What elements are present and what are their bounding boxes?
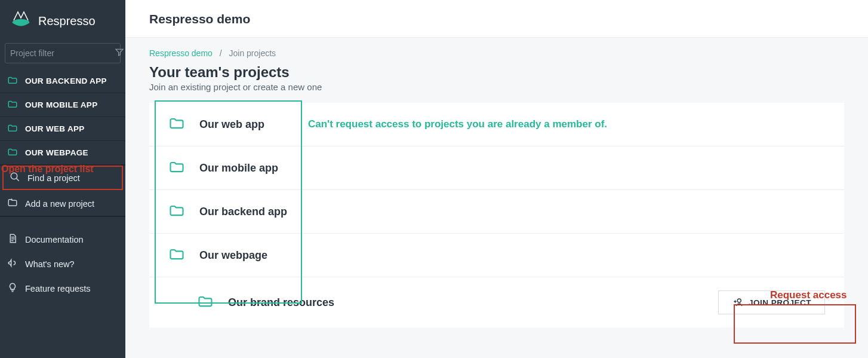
- documentation-label: Documentation: [25, 235, 84, 244]
- project-name: Our webpage: [199, 249, 825, 262]
- lightbulb-icon: [7, 282, 18, 295]
- project-row[interactable]: Our brand resourcesJOIN PROJECT: [149, 277, 844, 328]
- page-title: Your team's projects: [149, 64, 844, 81]
- sidebar-project-item[interactable]: OUR WEBPAGE: [0, 141, 125, 165]
- folder-icon: [7, 123, 18, 134]
- folder-icon: [168, 203, 185, 220]
- sidebar: Respresso OUR BACKEND APPOUR MOBILE APPO…: [0, 0, 125, 358]
- folder-icon: [7, 75, 18, 87]
- sidebar-project-item[interactable]: OUR MOBILE APP: [0, 93, 125, 117]
- project-row[interactable]: Our mobile app: [149, 146, 844, 190]
- topbar: Respresso demo: [125, 0, 868, 38]
- project-row[interactable]: Our webpage: [149, 234, 844, 277]
- page-subtitle: Join an existing project or create a new…: [149, 82, 844, 92]
- brand-name: Respresso: [38, 14, 96, 28]
- folder-icon: [7, 99, 18, 111]
- feature-requests-link[interactable]: Feature requests: [0, 276, 125, 301]
- project-list: Our web appOur mobile appOur backend app…: [149, 103, 844, 328]
- megaphone-icon: [7, 258, 18, 270]
- project-name: Our mobile app: [199, 162, 825, 175]
- find-project-highlight: Find a project: [2, 166, 123, 190]
- breadcrumb-sep: /: [220, 48, 222, 58]
- team-title: Respresso demo: [149, 12, 844, 26]
- whats-new-label: What's new?: [25, 259, 75, 269]
- document-icon: [7, 233, 18, 246]
- sidebar-project-label: OUR WEBPAGE: [25, 148, 88, 157]
- add-folder-icon: [7, 197, 18, 210]
- folder-icon: [168, 160, 185, 176]
- project-row[interactable]: Our backend app: [149, 190, 844, 234]
- sidebar-project-item[interactable]: OUR BACKEND APP: [0, 69, 125, 93]
- join-project-label: JOIN PROJECT: [749, 298, 811, 307]
- svg-point-1: [11, 173, 17, 179]
- breadcrumb: Respresso demo / Join projects: [149, 48, 844, 58]
- content: Respresso demo / Join projects Your team…: [125, 38, 868, 351]
- add-project-link[interactable]: Add a new project: [0, 191, 125, 216]
- filter-icon[interactable]: [115, 47, 124, 59]
- breadcrumb-page: Join projects: [229, 48, 276, 58]
- folder-icon: [168, 116, 185, 133]
- sidebar-project-list: OUR BACKEND APPOUR MOBILE APPOUR WEB APP…: [0, 69, 125, 165]
- add-user-icon: [732, 297, 744, 308]
- main: Respresso demo Respresso demo / Join pro…: [125, 0, 868, 358]
- sidebar-project-item[interactable]: OUR WEB APP: [0, 117, 125, 141]
- project-row[interactable]: Our web app: [149, 103, 844, 146]
- feature-requests-label: Feature requests: [25, 284, 91, 293]
- respresso-logo-icon: [11, 10, 31, 32]
- project-name: Our backend app: [199, 206, 825, 218]
- breadcrumb-team[interactable]: Respresso demo: [149, 48, 213, 58]
- svg-point-2: [737, 299, 741, 302]
- project-name: Our brand resources: [228, 296, 704, 309]
- join-project-button[interactable]: JOIN PROJECT: [718, 290, 825, 314]
- find-project-link[interactable]: Find a project: [4, 167, 122, 189]
- add-project-label: Add a new project: [25, 199, 94, 209]
- project-filter-row[interactable]: [5, 43, 121, 63]
- search-icon: [10, 172, 20, 184]
- sidebar-project-label: OUR BACKEND APP: [25, 77, 107, 85]
- project-filter-input[interactable]: [10, 48, 115, 58]
- folder-icon: [7, 147, 18, 158]
- sidebar-project-label: OUR WEB APP: [25, 124, 85, 133]
- folder-icon: [168, 247, 185, 264]
- documentation-link[interactable]: Documentation: [0, 227, 125, 252]
- whats-new-link[interactable]: What's new?: [0, 252, 125, 276]
- sidebar-project-label: OUR MOBILE APP: [25, 100, 97, 109]
- folder-icon: [197, 294, 214, 311]
- find-project-label: Find a project: [27, 173, 80, 183]
- brand-row: Respresso: [0, 0, 125, 43]
- project-name: Our web app: [199, 118, 825, 131]
